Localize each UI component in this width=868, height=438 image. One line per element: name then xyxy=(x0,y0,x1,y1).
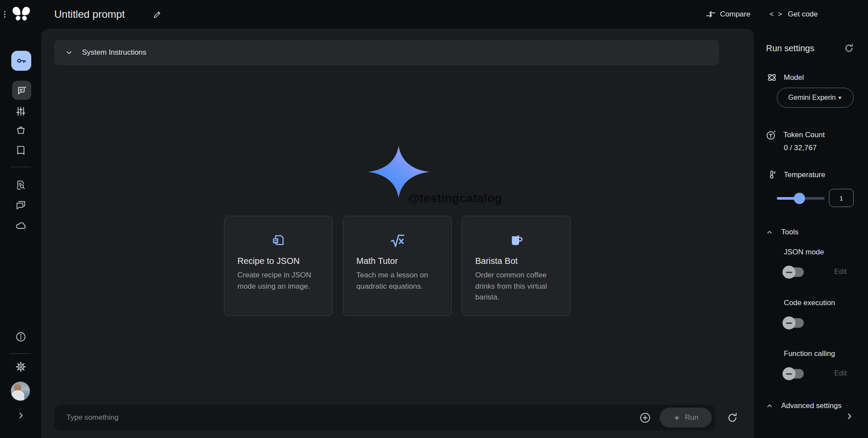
library-book-icon xyxy=(15,145,26,156)
prompt-input[interactable] xyxy=(54,405,639,431)
thermometer-icon xyxy=(767,170,777,180)
model-label: Model xyxy=(784,73,804,82)
gemini-spark-icon xyxy=(368,146,430,198)
function-calling-edit-link[interactable]: Edit xyxy=(834,369,847,378)
toggle-knob xyxy=(783,316,796,329)
api-key-button[interactable] xyxy=(11,51,31,71)
page-title: Untitled prompt xyxy=(54,0,125,29)
tools-label: Tools xyxy=(781,228,799,237)
temperature-row: Temperature xyxy=(767,170,825,180)
run-settings-title: Run settings xyxy=(766,43,814,53)
rerun-refresh-button[interactable] xyxy=(727,412,738,424)
rail-divider xyxy=(10,353,31,354)
add-media-button[interactable] xyxy=(639,412,651,424)
chevron-down-icon xyxy=(65,48,73,57)
chevron-up-icon xyxy=(766,402,773,410)
settings-button[interactable] xyxy=(15,361,26,372)
compare-button[interactable]: Compare xyxy=(706,0,750,29)
card-title: Recipe to JSON xyxy=(237,256,319,266)
composer-row: Run xyxy=(54,405,754,431)
gear-icon xyxy=(15,361,26,372)
get-code-button[interactable]: < > Get code xyxy=(769,0,818,29)
kebab-menu-icon xyxy=(0,10,10,19)
code-brackets-icon: < > xyxy=(769,10,783,19)
run-button[interactable]: Run xyxy=(660,408,712,428)
compare-label: Compare xyxy=(720,10,750,19)
ai-studio-logo-icon[interactable] xyxy=(11,6,31,23)
top-bar: Untitled prompt Compare < > Get code xyxy=(0,0,868,29)
cloud-deploy-button[interactable] xyxy=(15,220,26,231)
edit-title-icon[interactable] xyxy=(153,10,162,19)
tools-header[interactable]: Tools xyxy=(766,228,799,237)
rail-divider xyxy=(10,167,31,167)
starter-prompt-cards: Recipe to JSON Create recipe in JSON mod… xyxy=(224,216,571,316)
get-code-label: Get code xyxy=(788,10,818,19)
ai-studio-app: Untitled prompt Compare < > Get code xyxy=(0,0,868,438)
chevron-right-icon xyxy=(845,412,854,421)
code-execution-label: Code execution xyxy=(784,299,835,307)
json-mode-edit-link[interactable]: Edit xyxy=(834,267,847,276)
square-root-icon xyxy=(356,232,438,249)
temperature-label: Temperature xyxy=(784,171,825,179)
card-math-tutor[interactable]: Math Tutor Teach me a lesson on quadrati… xyxy=(343,216,452,316)
slider-thumb[interactable] xyxy=(794,193,805,204)
function-calling-label: Function calling xyxy=(784,349,835,358)
model-orbit-icon xyxy=(766,72,777,83)
model-selector-dropdown[interactable]: Gemini Experin ▼ xyxy=(777,88,854,108)
chevron-right-icon xyxy=(16,411,26,420)
card-description: Order common coffee drinks from this vir… xyxy=(475,270,557,303)
coffee-mug-icon xyxy=(475,232,557,249)
history-chats-button[interactable] xyxy=(15,200,26,211)
compare-arrows-icon xyxy=(706,10,716,20)
tune-icon xyxy=(15,106,26,117)
forum-icon xyxy=(15,200,26,211)
library-button[interactable] xyxy=(15,145,26,156)
watermark-text: @testingcatalog xyxy=(408,192,502,205)
starter-apps-button[interactable] xyxy=(15,125,26,135)
card-barista-bot[interactable]: Barista Bot Order common coffee drinks f… xyxy=(462,216,571,316)
json-mode-toggle[interactable] xyxy=(784,267,804,277)
system-instructions-bar[interactable]: System Instructions xyxy=(54,40,719,65)
info-icon xyxy=(15,331,26,342)
toggle-knob xyxy=(783,367,796,380)
dropdown-arrow-icon: ▼ xyxy=(838,95,842,100)
document-search-icon xyxy=(15,180,26,191)
token-count-row: Token Count xyxy=(766,129,825,141)
plus-circle-icon xyxy=(639,412,651,424)
card-title: Barista Bot xyxy=(475,256,557,266)
prompt-input-bar: Run xyxy=(54,405,715,431)
refresh-icon xyxy=(727,412,738,424)
user-avatar[interactable] xyxy=(11,382,30,401)
refresh-icon xyxy=(844,43,854,53)
reset-run-settings-button[interactable] xyxy=(844,43,854,53)
advanced-settings-label: Advanced settings xyxy=(781,402,842,410)
code-execution-toggle[interactable] xyxy=(784,318,804,328)
model-value: Gemini Experin xyxy=(788,94,835,102)
system-instructions-label: System Instructions xyxy=(82,48,146,57)
token-count-icon xyxy=(766,129,777,141)
key-icon xyxy=(16,55,27,66)
card-description: Teach me a lesson on quadratic equations… xyxy=(356,270,438,292)
run-spark-icon xyxy=(673,414,681,422)
info-button[interactable] xyxy=(15,331,26,342)
json-mode-label: JSON mode xyxy=(784,248,824,257)
stream-tune-button[interactable] xyxy=(15,106,26,117)
card-description: Create recipe in JSON mode using an imag… xyxy=(237,270,319,292)
function-calling-toggle[interactable] xyxy=(784,369,804,379)
advanced-settings-header[interactable]: Advanced settings xyxy=(766,402,842,410)
cloud-icon xyxy=(15,220,26,231)
collapse-panel-button[interactable] xyxy=(845,412,854,421)
package-icon xyxy=(15,125,26,135)
expand-rail-button[interactable] xyxy=(16,411,26,420)
temperature-slider[interactable] xyxy=(777,193,825,204)
toggle-knob xyxy=(783,266,796,279)
recipe-document-icon xyxy=(237,232,319,249)
token-count-value: 0 / 32,767 xyxy=(784,144,817,152)
token-count-label: Token Count xyxy=(783,131,825,139)
prompt-gallery-button[interactable] xyxy=(15,180,26,191)
card-recipe-to-json[interactable]: Recipe to JSON Create recipe in JSON mod… xyxy=(224,216,333,316)
chat-prompt-button-selected[interactable] xyxy=(12,81,31,100)
run-label: Run xyxy=(685,413,698,422)
temperature-value-box[interactable]: 1 xyxy=(829,189,854,207)
left-navigation-rail xyxy=(0,29,41,438)
